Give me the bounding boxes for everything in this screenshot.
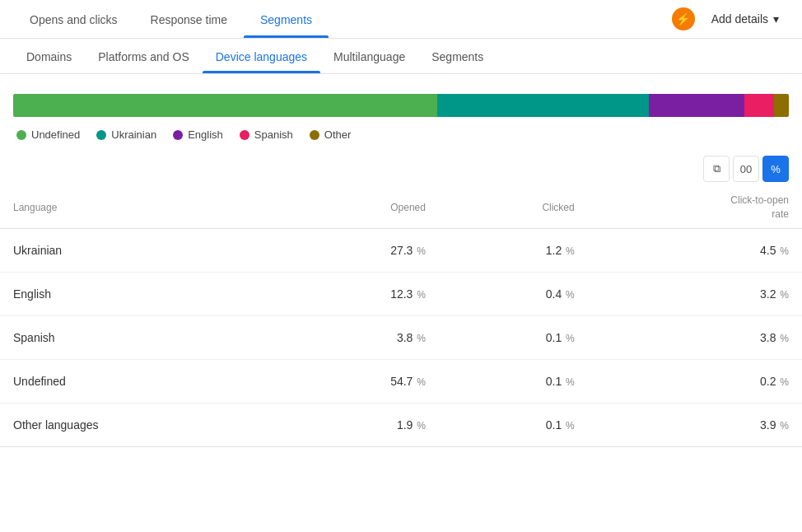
bar-segment-undefined xyxy=(13,94,437,117)
col-header-opened: Opened xyxy=(282,187,439,228)
cell-language: English xyxy=(0,272,282,315)
cell-language: Spanish xyxy=(0,315,282,359)
tab-opens-and-clicks[interactable]: Opens and clicks xyxy=(13,0,134,38)
legend-dot-other xyxy=(310,130,319,140)
cell-opened: 1.9 % xyxy=(282,403,439,446)
table-row: Ukrainian27.3 %1.2 %4.5 % xyxy=(0,228,802,272)
cell-language: Other languages xyxy=(0,403,282,446)
cell-cto: 3.9 % xyxy=(588,403,802,446)
add-details-icon: ⚡ xyxy=(672,7,695,30)
tab-response-time[interactable]: Response time xyxy=(134,0,244,38)
secondary-nav: Domains Platforms and OS Device language… xyxy=(0,39,802,74)
legend-dot-english xyxy=(173,130,183,140)
cell-clicked: 0.1 % xyxy=(439,315,588,359)
bar-segment-english xyxy=(649,94,744,117)
cell-opened: 27.3 % xyxy=(282,228,439,272)
legend-dot-ukrainian xyxy=(96,130,106,140)
table-row: Spanish3.8 %0.1 %3.8 % xyxy=(0,315,802,359)
legend-item-ukrainian: Ukrainian xyxy=(96,128,156,141)
cell-language: Undefined xyxy=(0,359,282,403)
controls-row: ⧉ 00 % xyxy=(0,147,802,187)
table-row: Other languages1.9 %0.1 %3.9 % xyxy=(0,403,802,446)
tab-multilanguage[interactable]: Multilanguage xyxy=(320,39,418,73)
legend-label: English xyxy=(188,128,223,141)
top-nav-right: ⚡ Add details ▾ xyxy=(672,6,789,32)
tab-segments[interactable]: Segments xyxy=(244,0,329,38)
col-header-cto: Click-to-openrate xyxy=(588,187,802,228)
tab-device-languages[interactable]: Device languages xyxy=(203,39,320,73)
legend-label: Undefined xyxy=(31,128,80,141)
cell-clicked: 0.1 % xyxy=(439,359,588,403)
cell-opened: 54.7 % xyxy=(282,359,439,403)
tab-platforms-and-os[interactable]: Platforms and OS xyxy=(85,39,203,73)
table-header: Language Opened Clicked Click-to-openrat… xyxy=(0,187,802,228)
cell-clicked: 0.1 % xyxy=(439,403,588,446)
top-nav-tabs: Opens and clicks Response time Segments xyxy=(13,0,329,38)
chevron-down-icon: ▾ xyxy=(773,12,779,26)
data-table: Language Opened Clicked Click-to-openrat… xyxy=(0,187,802,447)
legend-label: Other xyxy=(324,128,352,141)
bar-segment-spanish xyxy=(744,94,774,117)
col-header-clicked: Clicked xyxy=(439,187,588,228)
bar-segment-other xyxy=(774,94,789,117)
number-format-button[interactable]: 00 xyxy=(733,156,759,182)
table-row: Undefined54.7 %0.1 %0.2 % xyxy=(0,359,802,403)
table-row: English12.3 %0.4 %3.2 % xyxy=(0,272,802,315)
cell-language: Ukrainian xyxy=(0,228,282,272)
tab-domains[interactable]: Domains xyxy=(13,39,85,73)
stacked-bar xyxy=(13,94,789,117)
table-body: Ukrainian27.3 %1.2 %4.5 %English12.3 %0.… xyxy=(0,228,802,446)
table-wrapper: Language Opened Clicked Click-to-openrat… xyxy=(0,187,802,447)
cell-clicked: 0.4 % xyxy=(439,272,588,315)
cell-cto: 3.8 % xyxy=(588,315,802,359)
cell-opened: 12.3 % xyxy=(282,272,439,315)
col-header-language: Language xyxy=(0,187,282,228)
copy-icon: ⧉ xyxy=(713,162,720,175)
legend-item-english: English xyxy=(173,128,223,141)
add-details-button[interactable]: Add details ▾ xyxy=(702,6,789,32)
top-nav: Opens and clicks Response time Segments … xyxy=(0,0,802,39)
percent-format-button[interactable]: % xyxy=(762,156,789,182)
legend-item-undefined: Undefined xyxy=(16,128,80,141)
tab-segments-secondary[interactable]: Segments xyxy=(418,39,497,73)
cell-clicked: 1.2 % xyxy=(439,228,588,272)
chart-area: UndefinedUkrainianEnglishSpanishOther xyxy=(0,74,802,147)
cell-cto: 4.5 % xyxy=(588,228,802,272)
legend-label: Spanish xyxy=(254,128,293,141)
cell-cto: 0.2 % xyxy=(588,359,802,403)
legend-dot-spanish xyxy=(240,130,249,140)
legend: UndefinedUkrainianEnglishSpanishOther xyxy=(13,128,789,141)
legend-dot-undefined xyxy=(16,130,26,140)
cell-cto: 3.2 % xyxy=(588,272,802,315)
cell-opened: 3.8 % xyxy=(282,315,439,359)
copy-button[interactable]: ⧉ xyxy=(703,156,730,182)
legend-item-spanish: Spanish xyxy=(240,128,293,141)
legend-item-other: Other xyxy=(310,128,352,141)
bar-segment-ukrainian xyxy=(437,94,649,117)
legend-label: Ukrainian xyxy=(111,128,156,141)
